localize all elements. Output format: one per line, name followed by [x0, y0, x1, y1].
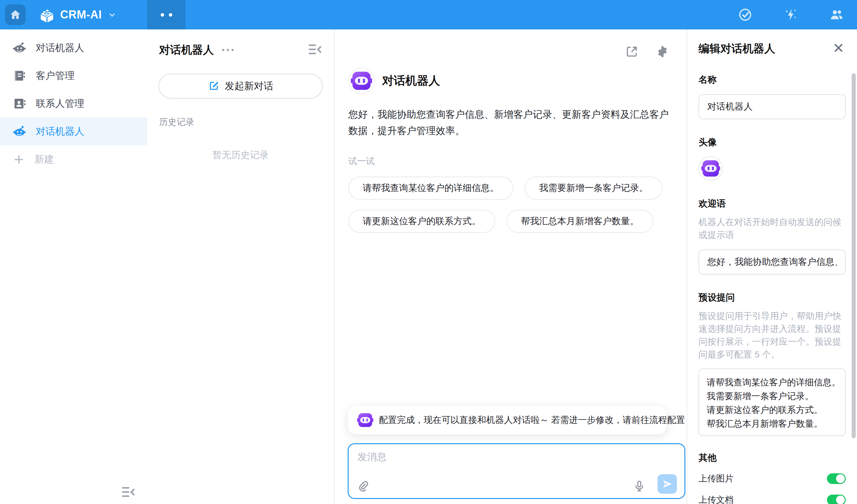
bot-avatar-preview [703, 160, 719, 177]
avatar-picker[interactable] [699, 156, 723, 180]
welcome-message-input[interactable] [699, 249, 846, 275]
chevron-down-icon[interactable] [108, 11, 116, 19]
conversation-panel-title: 对话机器人 [159, 42, 214, 57]
bot-avatar-small [358, 413, 372, 427]
avatar-field-label: 头像 [699, 136, 846, 149]
suggestion-pill[interactable]: 帮我汇总本月新增客户数量。 [506, 210, 653, 233]
menu-fold-icon [121, 486, 136, 498]
send-button[interactable] [657, 474, 677, 494]
sidebar-item-label: 新建 [34, 153, 54, 166]
contacts-book-icon [13, 69, 26, 83]
app-window: CRM-AI [0, 0, 857, 504]
menu-fold-icon [308, 43, 323, 56]
robot-icon [13, 125, 26, 138]
new-conversation-label: 发起新对话 [225, 80, 273, 93]
home-icon [10, 9, 21, 21]
toggle-label: 上传文档 [699, 494, 734, 504]
check-circle-icon[interactable] [738, 7, 752, 22]
welcome-field-label: 欢迎语 [699, 197, 846, 210]
close-icon [833, 42, 844, 53]
edit-panel-title: 编辑对话机器人 [699, 41, 775, 56]
upload-doc-toggle[interactable] [827, 494, 846, 504]
app-title: CRM-AI [60, 8, 102, 21]
message-composer [348, 443, 685, 499]
sidebar-collapse-button[interactable] [121, 486, 136, 498]
sidebar-item-label: 客户管理 [36, 69, 74, 82]
panel-scrollbar-thumb[interactable] [852, 73, 856, 438]
close-panel-button[interactable] [833, 42, 846, 55]
users-icon[interactable] [829, 7, 844, 22]
tab-dot [161, 13, 164, 17]
active-app-tab[interactable] [147, 0, 185, 30]
bot-avatar [348, 68, 375, 94]
sidebar-item-customers[interactable]: 客户管理 [0, 62, 147, 89]
toggle-label: 上传图片 [699, 473, 734, 485]
edit-bot-panel: 编辑对话机器人 名称 头像 欢迎语 机器人在对话开始时自动发送的问候或提示语 预… [687, 30, 857, 504]
collapse-panel-button[interactable] [308, 43, 323, 57]
brand[interactable]: CRM-AI [38, 6, 116, 23]
sidebar-item-label: 联系人管理 [36, 97, 84, 110]
brick-logo-icon [38, 6, 56, 23]
preset-hint: 预设提问用于引导用户，帮助用户快速选择提问方向并进入流程。预设提问按行展示，一行… [699, 310, 846, 361]
spark-bolt-icon[interactable] [784, 7, 798, 22]
upload-image-toggle[interactable] [827, 473, 846, 484]
edit-pencil-icon [208, 81, 219, 92]
suggestion-pill[interactable]: 我需要新增一条客户记录。 [525, 177, 662, 200]
config-complete-toast: 配置完成，现在可以直接和机器人对话啦～ 若需进一步修改，请前往流程配置 [348, 406, 667, 435]
topbar-actions [738, 0, 844, 30]
attachment-icon[interactable] [357, 480, 369, 492]
message-input[interactable] [357, 450, 652, 472]
robot-icon [13, 41, 26, 55]
sidebar-item-contacts[interactable]: 联系人管理 [0, 89, 147, 117]
sidebar-item-label: 对话机器人 [36, 125, 84, 138]
conversation-list-panel: 对话机器人 发起新对话 历史记录 暂无历史记录 [147, 30, 335, 504]
toast-text: 配置完成，现在可以直接和机器人对话啦～ 若需进一步修改，请前往流程配置 [379, 414, 685, 426]
suggestion-pill[interactable]: 请帮我查询某位客户的详细信息。 [348, 177, 514, 200]
microphone-icon[interactable] [633, 480, 645, 492]
plus-icon [13, 153, 25, 166]
try-label: 试一试 [348, 155, 669, 167]
topbar: CRM-AI [0, 0, 857, 30]
tab-dot [169, 13, 172, 17]
welcome-hint: 机器人在对话开始时自动发送的问候或提示语 [699, 216, 846, 241]
open-external-icon[interactable] [625, 45, 638, 58]
more-options-icon[interactable] [222, 49, 234, 51]
suggestion-list: 请帮我查询某位客户的详细信息。 我需要新增一条客户记录。 请更新这位客户的联系方… [348, 177, 669, 233]
gear-icon[interactable] [656, 45, 669, 58]
history-section-label: 历史记录 [159, 116, 334, 128]
toggle-row-upload-doc: 上传文档 [699, 493, 846, 504]
bot-name-input[interactable] [699, 94, 846, 119]
toggle-row-upload-image: 上传图片 [699, 472, 846, 486]
preset-questions-textarea[interactable]: 请帮我查询某位客户的详细信息。 我需要新增一条客户记录。 请更新这位客户的联系方… [699, 368, 846, 436]
chat-area: 对话机器人 您好，我能协助您查询客户信息、新增客户记录、更新客户资料及汇总客户数… [335, 30, 687, 504]
preset-field-label: 预设提问 [699, 292, 846, 304]
home-button[interactable] [5, 4, 26, 25]
sidebar-item-new[interactable]: 新建 [0, 145, 147, 173]
bot-name: 对话机器人 [382, 73, 440, 89]
sidebar-item-chatbot[interactable]: 对话机器人 [0, 34, 147, 62]
bot-greeting-message: 您好，我能协助您查询客户信息、新增客户记录、更新客户资料及汇总客户数据，提升客户… [348, 106, 669, 139]
suggestion-pill[interactable]: 请更新这位客户的联系方式。 [348, 210, 495, 233]
sidebar-item-label: 对话机器人 [36, 41, 84, 54]
send-icon [662, 479, 673, 489]
left-sidebar: 对话机器人 客户管理 联系人管理 [0, 30, 147, 504]
name-field-label: 名称 [699, 73, 846, 86]
contact-card-icon [13, 97, 26, 110]
sidebar-item-chatbot-active[interactable]: 对话机器人 [0, 117, 147, 145]
history-empty-text: 暂无历史记录 [147, 149, 334, 161]
new-conversation-button[interactable]: 发起新对话 [158, 73, 323, 99]
other-section-label: 其他 [699, 452, 846, 464]
